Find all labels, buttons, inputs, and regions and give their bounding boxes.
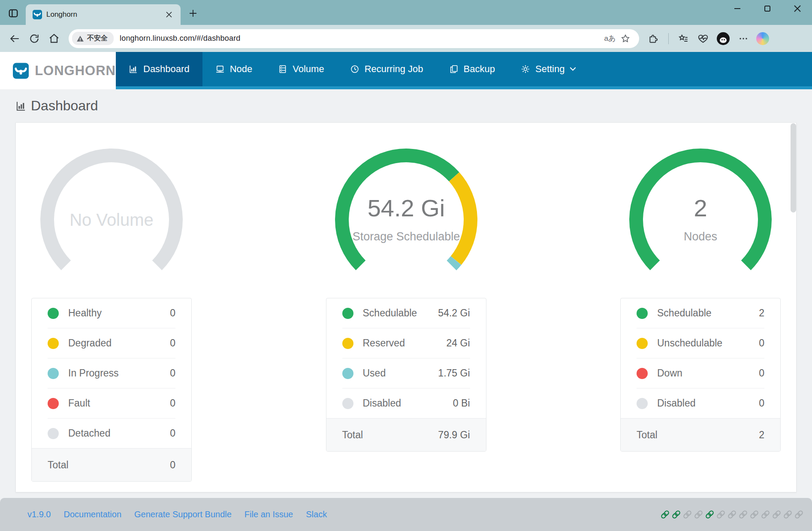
nav-item-node[interactable]: Node: [202, 52, 266, 89]
legend-row-reserved: Reserved24 Gi: [326, 328, 486, 358]
legend-label: Detached: [68, 428, 170, 439]
translate-icon[interactable]: aあ: [602, 31, 618, 46]
total-value: 2: [759, 429, 764, 441]
close-icon[interactable]: [792, 3, 803, 14]
nav-item-dashboard[interactable]: Dashboard: [116, 52, 202, 89]
browser-tab[interactable]: Longhorn: [26, 4, 181, 25]
legend-total-row: Total0: [32, 448, 191, 481]
svg-text:No Volume: No Volume: [69, 210, 154, 229]
url-bar[interactable]: 不安全 longhorn.linuxsb.com/#/dashboard aあ: [69, 29, 639, 48]
legend-label: Disabled: [657, 397, 759, 409]
page-title-text: Dashboard: [31, 98, 98, 114]
minimize-icon[interactable]: [732, 3, 743, 14]
chain-link-icon-4-gray[interactable]: [693, 509, 704, 520]
chain-link-icon-5-green[interactable]: [704, 509, 715, 520]
nav-item-backup[interactable]: Backup: [436, 52, 508, 89]
legend-value: 0: [170, 428, 175, 439]
longhorn-favicon: [33, 10, 42, 19]
nav-item-setting[interactable]: Setting: [508, 52, 589, 89]
node-icon: [215, 64, 225, 74]
legend-value: 24 Gi: [447, 337, 470, 349]
chain-link-icon-7-gray[interactable]: [727, 509, 737, 520]
chain-link-icon-9-gray[interactable]: [749, 509, 760, 520]
chain-link-icon-3-gray[interactable]: [682, 509, 693, 520]
total-label: Total: [48, 459, 170, 471]
legend-label: Reserved: [363, 337, 447, 349]
nav-item-label: Node: [230, 64, 253, 75]
chain-link-icon-8-gray[interactable]: [738, 509, 749, 520]
toolbar-divider: [668, 33, 669, 44]
status-dot: [637, 368, 648, 379]
nodes-legend-card: Schedulable2Unschedulable0Down0Disabled0…: [620, 298, 781, 452]
legend-row-disabled: Disabled0: [621, 388, 780, 418]
backup-icon: [449, 64, 459, 74]
legend-value: 0: [170, 367, 175, 379]
svg-text:54.2 Gi: 54.2 Gi: [367, 194, 445, 222]
chain-link-icon-1-green[interactable]: [660, 509, 670, 520]
storage-gauge: 54.2 GiStorage Schedulable: [333, 147, 479, 293]
status-dot: [48, 368, 59, 379]
legend-value: 0: [759, 367, 764, 379]
extensions-icon[interactable]: [645, 30, 662, 47]
legend-label: Degraded: [68, 337, 170, 349]
legend-value: 0: [170, 307, 175, 319]
legend-row-healthy: Healthy0: [32, 298, 191, 328]
chain-link-icon-11-gray[interactable]: [771, 509, 782, 520]
browser-essentials-icon[interactable]: [694, 30, 712, 47]
clock-icon: [350, 64, 359, 74]
version-link[interactable]: v1.9.0: [27, 510, 51, 519]
favorites-hub-icon[interactable]: [675, 30, 692, 47]
status-dot: [342, 308, 353, 319]
tab-actions-icon[interactable]: [6, 6, 21, 21]
url-text[interactable]: longhorn.linuxsb.com/#/dashboard: [120, 34, 602, 43]
footer-link-documentation[interactable]: Documentation: [63, 510, 121, 519]
footer-link-file-an-issue[interactable]: File an Issue: [245, 510, 293, 519]
new-tab-button[interactable]: [187, 7, 199, 20]
legend-row-detached: Detached0: [32, 419, 191, 448]
copilot-icon[interactable]: [756, 32, 769, 45]
nav-item-label: Volume: [293, 64, 324, 75]
legend-value: 54.2 Gi: [438, 307, 470, 319]
total-value: 79.9 Gi: [438, 429, 470, 441]
security-chip[interactable]: 不安全: [72, 32, 114, 45]
back-icon[interactable]: [6, 30, 23, 47]
profile-avatar[interactable]: [717, 32, 730, 45]
favorite-star-icon[interactable]: [618, 31, 633, 46]
dashboard-title-icon: [15, 100, 27, 112]
nav-item-volume[interactable]: Volume: [265, 52, 337, 89]
tab-close-icon[interactable]: [163, 9, 175, 20]
chain-link-icon-6-gray[interactable]: [715, 509, 726, 520]
chart-icon: [129, 64, 138, 74]
gear-icon: [521, 64, 530, 74]
legend-value: 0: [170, 397, 175, 409]
legend-label: Down: [657, 367, 759, 379]
home-icon[interactable]: [45, 30, 63, 47]
footer-link-slack[interactable]: Slack: [306, 510, 327, 519]
security-label: 不安全: [87, 34, 108, 43]
chevron-down-icon: [570, 67, 576, 71]
svg-text:Storage Schedulable: Storage Schedulable: [352, 230, 460, 243]
legend-row-unschedulable: Unschedulable0: [621, 328, 780, 358]
page-body: Dashboard No VolumeHealthy0Degraded0In P…: [0, 89, 812, 498]
browser-toolbar: 不安全 longhorn.linuxsb.com/#/dashboard aあ: [0, 25, 812, 52]
maximize-icon[interactable]: [762, 3, 773, 14]
total-label: Total: [637, 429, 759, 441]
chain-link-icon-10-gray[interactable]: [760, 509, 771, 520]
window-controls: [732, 3, 803, 14]
scrollbar[interactable]: [791, 123, 796, 212]
chain-link-icon-13-gray[interactable]: [794, 509, 804, 520]
total-value: 0: [170, 459, 175, 471]
settings-menu-icon[interactable]: [735, 30, 752, 47]
chain-link-icon-2-green[interactable]: [671, 509, 682, 520]
status-dot: [637, 308, 648, 319]
footer-link-generate-support-bundle[interactable]: Generate Support Bundle: [134, 510, 232, 519]
tab-title: Longhorn: [46, 10, 163, 19]
legend-label: Schedulable: [657, 307, 759, 319]
legend-row-fault: Fault0: [32, 388, 191, 418]
chain-link-icon-12-gray[interactable]: [782, 509, 793, 520]
longhorn-logo[interactable]: LONGHORN: [0, 52, 116, 89]
status-dot: [48, 338, 59, 349]
legend-value: 0: [759, 397, 764, 409]
refresh-icon[interactable]: [26, 30, 43, 47]
nav-item-recurring-job[interactable]: Recurring Job: [337, 52, 436, 89]
